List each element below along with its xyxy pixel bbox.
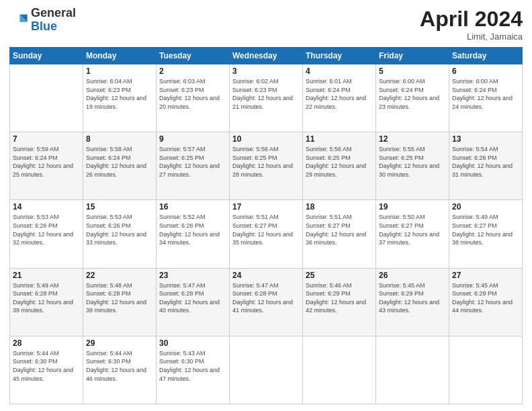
day-number: 11 [306,134,373,144]
weekday-header-monday: Monday [83,48,157,64]
weekday-header-wednesday: Wednesday [230,48,303,64]
day-info: Sunrise: 6:04 AMSunset: 6:23 PMDaylight:… [86,77,153,111]
calendar-cell: 5Sunrise: 6:00 AMSunset: 6:24 PMDaylight… [376,64,449,132]
day-info: Sunrise: 5:47 AMSunset: 6:28 PMDaylight:… [159,281,226,315]
calendar-cell: 7Sunrise: 5:59 AMSunset: 6:24 PMDaylight… [10,132,83,200]
day-number: 15 [86,202,153,212]
calendar-cell: 9Sunrise: 5:57 AMSunset: 6:25 PMDaylight… [157,132,230,200]
day-info: Sunrise: 5:51 AMSunset: 6:27 PMDaylight:… [306,213,373,246]
day-number: 7 [13,134,80,144]
week-row-5: 28Sunrise: 5:44 AMSunset: 6:30 PMDayligh… [10,336,523,404]
day-number: 26 [379,271,446,280]
day-info: Sunrise: 5:45 AMSunset: 6:29 PMDaylight:… [379,281,446,315]
calendar-cell [10,64,83,132]
calendar-cell: 10Sunrise: 5:56 AMSunset: 6:25 PMDayligh… [230,132,303,200]
day-info: Sunrise: 5:51 AMSunset: 6:27 PMDaylight:… [232,213,300,246]
day-info: Sunrise: 5:48 AMSunset: 6:28 PMDaylight:… [86,281,153,315]
calendar-cell: 25Sunrise: 5:46 AMSunset: 6:29 PMDayligh… [303,268,376,336]
day-info: Sunrise: 5:56 AMSunset: 6:25 PMDaylight:… [232,145,300,179]
week-row-2: 7Sunrise: 5:59 AMSunset: 6:24 PMDaylight… [10,132,523,200]
week-row-3: 14Sunrise: 5:53 AMSunset: 6:26 PMDayligh… [10,200,523,268]
calendar-cell: 27Sunrise: 5:45 AMSunset: 6:29 PMDayligh… [449,268,523,336]
day-info: Sunrise: 5:45 AMSunset: 6:29 PMDaylight:… [452,281,519,315]
logo-general: General [31,6,76,19]
day-info: Sunrise: 5:53 AMSunset: 6:26 PMDaylight:… [86,213,153,246]
day-number: 29 [86,338,153,348]
day-number: 27 [452,271,519,280]
day-info: Sunrise: 6:01 AMSunset: 6:24 PMDaylight:… [306,77,373,111]
day-number: 16 [159,202,226,212]
week-row-1: 1Sunrise: 6:04 AMSunset: 6:23 PMDaylight… [10,64,523,132]
day-info: Sunrise: 5:44 AMSunset: 6:30 PMDaylight:… [86,349,153,383]
weekday-header-sunday: Sunday [10,48,83,64]
calendar-cell: 21Sunrise: 5:49 AMSunset: 6:28 PMDayligh… [10,268,83,336]
calendar-cell: 29Sunrise: 5:44 AMSunset: 6:30 PMDayligh… [83,336,157,404]
logo-blue: Blue [31,19,57,33]
logo: General Blue [9,7,76,34]
day-number: 25 [306,271,373,280]
page: General Blue April 2024 Limit, Jamaica S… [0,0,532,411]
day-number: 9 [159,134,226,144]
calendar-cell: 11Sunrise: 5:56 AMSunset: 6:25 PMDayligh… [303,132,376,200]
calendar-cell [376,336,449,404]
day-info: Sunrise: 6:02 AMSunset: 6:23 PMDaylight:… [232,77,300,111]
calendar-cell: 17Sunrise: 5:51 AMSunset: 6:27 PMDayligh… [230,200,303,268]
calendar-cell: 1Sunrise: 6:04 AMSunset: 6:23 PMDaylight… [83,64,157,132]
day-info: Sunrise: 5:50 AMSunset: 6:27 PMDaylight:… [379,213,446,246]
day-info: Sunrise: 5:54 AMSunset: 6:26 PMDaylight:… [452,145,519,179]
day-number: 4 [306,66,373,76]
calendar-cell: 13Sunrise: 5:54 AMSunset: 6:26 PMDayligh… [449,132,523,200]
location: Limit, Jamaica [420,32,523,42]
calendar-cell [303,336,376,404]
day-number: 22 [86,271,153,280]
calendar-cell [230,336,303,404]
calendar-cell: 14Sunrise: 5:53 AMSunset: 6:26 PMDayligh… [10,200,83,268]
day-info: Sunrise: 5:56 AMSunset: 6:25 PMDaylight:… [306,145,373,179]
day-info: Sunrise: 5:44 AMSunset: 6:30 PMDaylight:… [13,349,80,383]
day-number: 20 [452,202,519,212]
calendar-cell: 19Sunrise: 5:50 AMSunset: 6:27 PMDayligh… [376,200,449,268]
calendar-cell: 23Sunrise: 5:47 AMSunset: 6:28 PMDayligh… [157,268,230,336]
day-info: Sunrise: 5:53 AMSunset: 6:26 PMDaylight:… [13,213,80,246]
day-info: Sunrise: 5:52 AMSunset: 6:26 PMDaylight:… [159,213,226,246]
day-info: Sunrise: 5:49 AMSunset: 6:27 PMDaylight:… [452,213,519,246]
day-number: 13 [452,134,519,144]
day-info: Sunrise: 6:00 AMSunset: 6:24 PMDaylight:… [379,77,446,111]
day-number: 5 [379,66,446,76]
day-number: 17 [232,202,300,212]
day-number: 1 [86,66,153,76]
calendar-cell: 18Sunrise: 5:51 AMSunset: 6:27 PMDayligh… [303,200,376,268]
calendar-cell: 16Sunrise: 5:52 AMSunset: 6:26 PMDayligh… [157,200,230,268]
day-info: Sunrise: 5:43 AMSunset: 6:30 PMDaylight:… [159,349,226,383]
day-number: 19 [379,202,446,212]
day-info: Sunrise: 5:49 AMSunset: 6:28 PMDaylight:… [13,281,80,315]
day-number: 24 [232,271,300,280]
day-info: Sunrise: 6:03 AMSunset: 6:23 PMDaylight:… [159,77,226,111]
title-block: April 2024 Limit, Jamaica [420,7,523,42]
day-number: 21 [13,271,80,280]
calendar-cell: 22Sunrise: 5:48 AMSunset: 6:28 PMDayligh… [83,268,157,336]
weekday-header-row: SundayMondayTuesdayWednesdayThursdayFrid… [10,48,523,64]
day-number: 10 [232,134,300,144]
calendar-cell: 30Sunrise: 5:43 AMSunset: 6:30 PMDayligh… [157,336,230,404]
day-number: 12 [379,134,446,144]
day-number: 18 [306,202,373,212]
calendar-cell: 28Sunrise: 5:44 AMSunset: 6:30 PMDayligh… [10,336,83,404]
header: General Blue April 2024 Limit, Jamaica [9,7,523,42]
day-number: 8 [86,134,153,144]
calendar-cell: 2Sunrise: 6:03 AMSunset: 6:23 PMDaylight… [157,64,230,132]
calendar-cell: 3Sunrise: 6:02 AMSunset: 6:23 PMDaylight… [230,64,303,132]
day-info: Sunrise: 5:55 AMSunset: 6:25 PMDaylight:… [379,145,446,179]
calendar-cell: 15Sunrise: 5:53 AMSunset: 6:26 PMDayligh… [83,200,157,268]
week-row-4: 21Sunrise: 5:49 AMSunset: 6:28 PMDayligh… [10,268,523,336]
calendar-cell: 26Sunrise: 5:45 AMSunset: 6:29 PMDayligh… [376,268,449,336]
day-info: Sunrise: 6:00 AMSunset: 6:24 PMDaylight:… [452,77,519,111]
day-number: 6 [452,66,519,76]
logo-text: General Blue [31,7,76,34]
day-number: 2 [159,66,226,76]
weekday-header-friday: Friday [376,48,449,64]
day-number: 28 [13,338,80,348]
day-info: Sunrise: 5:58 AMSunset: 6:24 PMDaylight:… [86,145,153,179]
calendar-cell: 24Sunrise: 5:47 AMSunset: 6:28 PMDayligh… [230,268,303,336]
calendar-cell [449,336,523,404]
